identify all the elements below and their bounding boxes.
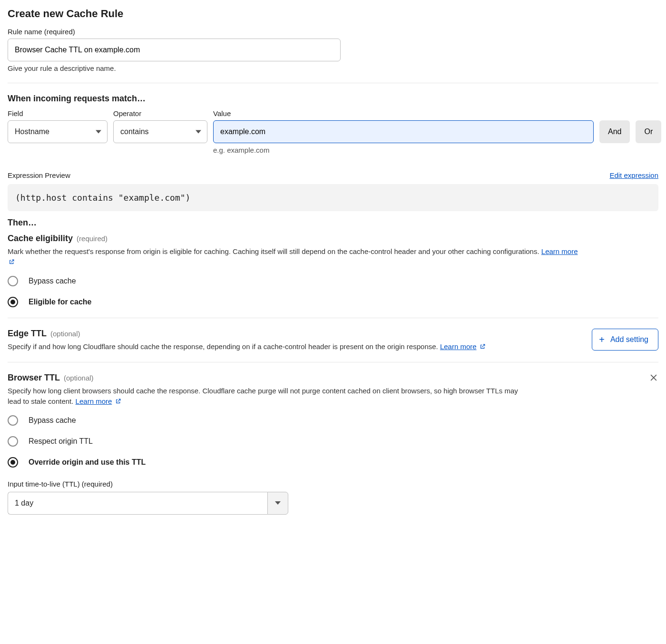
radio-icon (8, 276, 18, 286)
edit-expression-link[interactable]: Edit expression (609, 171, 658, 179)
match-section-title: When incoming requests match… (8, 94, 658, 104)
expression-preview-label: Expression Preview (8, 171, 70, 179)
radio-eligible-for-cache[interactable]: Eligible for cache (8, 297, 658, 307)
field-col-label: Field (8, 109, 108, 117)
operator-select[interactable]: contains (113, 120, 207, 143)
value-col-label: Value (213, 109, 594, 117)
rule-name-label: Rule name (required) (8, 28, 658, 36)
edge-ttl-optional: (optional) (50, 330, 80, 338)
radio-label: Override origin and use this TTL (29, 458, 146, 467)
operator-col-label: Operator (113, 109, 207, 117)
field-select[interactable]: Hostname (8, 120, 108, 143)
edge-ttl-learn-more-link[interactable]: Learn more (440, 342, 477, 351)
close-icon[interactable] (649, 373, 658, 382)
radio-browser-bypass-cache[interactable]: Bypass cache (8, 415, 658, 426)
external-link-icon (9, 259, 15, 265)
radio-label: Eligible for cache (29, 298, 91, 306)
or-button[interactable]: Or (636, 120, 661, 143)
divider (8, 83, 658, 83)
plus-icon: + (599, 335, 605, 344)
radio-override-origin-ttl[interactable]: Override origin and use this TTL (8, 457, 658, 468)
then-section-title: Then… (8, 218, 658, 228)
radio-icon (8, 436, 18, 447)
ttl-input[interactable]: 1 day (8, 492, 267, 515)
radio-label: Bypass cache (29, 416, 76, 425)
expression-code: (http.host contains "example.com") (8, 184, 658, 211)
ttl-input-value: 1 day (15, 499, 33, 507)
chevron-down-icon (196, 130, 201, 134)
edge-ttl-desc: Specify if and how long Cloudflare shoul… (8, 342, 531, 352)
radio-icon (8, 297, 18, 307)
cache-eligibility-title: Cache eligibility (8, 234, 73, 244)
cache-eligibility-radio-group: Bypass cache Eligible for cache (8, 276, 658, 307)
rule-name-help: Give your rule a descriptive name. (8, 64, 658, 72)
browser-ttl-desc: Specify how long client browsers should … (8, 386, 531, 407)
cache-eligibility-required: (required) (77, 234, 108, 243)
operator-select-value: contains (120, 127, 149, 136)
browser-ttl-radio-group: Bypass cache Respect origin TTL Override… (8, 415, 658, 468)
field-select-value: Hostname (15, 127, 49, 136)
chevron-down-icon (96, 130, 101, 134)
radio-bypass-cache[interactable]: Bypass cache (8, 276, 658, 286)
radio-icon (8, 415, 18, 426)
cache-eligibility-desc: Mark whether the request's response from… (8, 246, 578, 267)
page-title: Create new Cache Rule (8, 8, 658, 20)
rule-name-input[interactable] (8, 39, 341, 61)
browser-ttl-optional: (optional) (64, 374, 94, 382)
divider (8, 318, 658, 318)
chevron-down-icon (275, 501, 281, 505)
browser-ttl-title: Browser TTL (8, 373, 60, 383)
browser-ttl-learn-more-link[interactable]: Learn more (76, 397, 112, 405)
ttl-input-label: Input time-to-live (TTL) (required) (8, 480, 658, 488)
edge-ttl-title: Edge TTL (8, 329, 47, 339)
external-link-icon (480, 343, 486, 350)
and-button[interactable]: And (599, 120, 630, 143)
value-input[interactable] (213, 120, 594, 143)
add-setting-label: Add setting (610, 335, 648, 344)
radio-respect-origin-ttl[interactable]: Respect origin TTL (8, 436, 658, 447)
value-example: e.g. example.com (213, 146, 594, 154)
radio-label: Respect origin TTL (29, 437, 93, 446)
cache-elig-learn-more-link[interactable]: Learn more (541, 247, 578, 255)
ttl-dropdown-button[interactable] (267, 492, 288, 515)
add-setting-button[interactable]: + Add setting (592, 329, 658, 351)
divider (8, 362, 658, 362)
external-link-icon (115, 398, 121, 404)
radio-label: Bypass cache (29, 277, 76, 285)
radio-icon (8, 457, 18, 468)
